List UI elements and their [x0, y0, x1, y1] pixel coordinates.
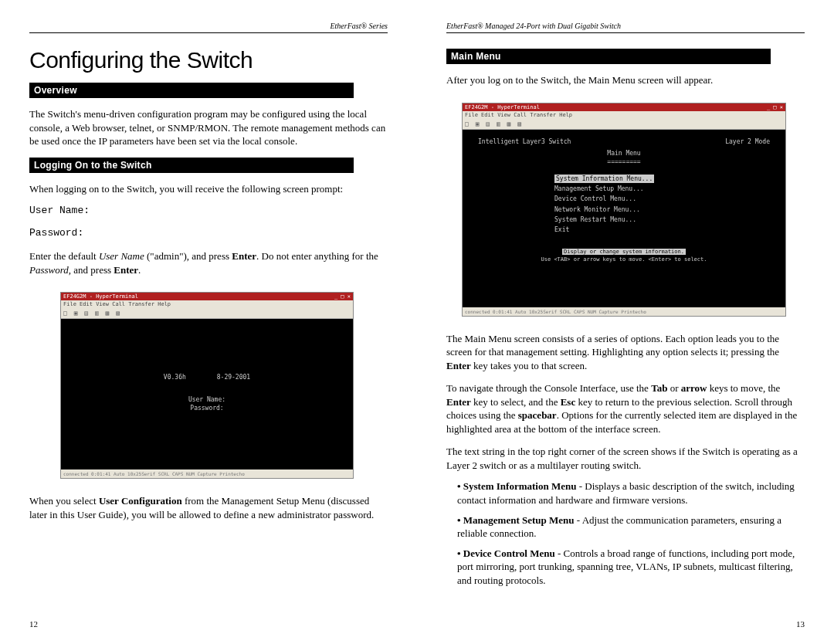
navigation-desc: To navigate through the Console Interfac…: [446, 381, 805, 436]
mainmenu-intro: After you log on to the Switch, the Main…: [446, 73, 805, 87]
chapter-title: Configuring the Switch: [29, 47, 388, 73]
left-page: EtherFast® Series Configuring the Switch…: [0, 0, 417, 644]
bullet-system-info: System Information Menu - Displays a bas…: [457, 480, 805, 507]
user-config-note: When you select User Configuration from …: [29, 494, 388, 521]
section-overview: Overview: [29, 83, 354, 98]
right-page: EtherFast® Managed 24-Port with Dual Gig…: [417, 0, 834, 644]
terminal-mainmenu-figure: EF24G2M - HyperTerminal_ □ × File Edit V…: [462, 103, 786, 317]
page-number-right: 13: [446, 619, 805, 629]
terminal-toolbar: □ ▣ ▤ ▥ ▦ ▧: [61, 308, 353, 319]
terminal2-menubar: File Edit View Call Transfer Help: [463, 111, 785, 119]
bullet-device-control: Device Control Menu - Controls a broad r…: [457, 547, 805, 588]
mono-pass: Password:: [29, 227, 388, 240]
mono-user: User Name:: [29, 205, 388, 218]
layer-mode-note: The text string in the top right corner …: [446, 445, 805, 472]
terminal-screen: V0.36h 8-29-2001 User Name: Password:: [61, 319, 353, 469]
header-left: EtherFast® Series: [29, 22, 388, 33]
login-instructions: Enter the default User Name ("admin"), a…: [29, 249, 388, 276]
menu-bullet-list: System Information Menu - Displays a bas…: [457, 480, 805, 593]
overview-text: The Switch's menu-driven configuration p…: [29, 107, 388, 148]
mainmenu-desc: The Main Menu screen consists of a serie…: [446, 332, 805, 373]
terminal2-screen: Intelligent Layer3 Switch Layer 2 Mode M…: [463, 130, 785, 307]
terminal-menubar: File Edit View Call Transfer Help: [61, 300, 353, 308]
terminal-login-figure: EF24G2M - HyperTerminal_ □ × File Edit V…: [60, 292, 354, 479]
bullet-management-setup: Management Setup Menu - Adjust the commu…: [457, 514, 805, 541]
section-logging-on: Logging On to the Switch: [29, 158, 354, 173]
header-right: EtherFast® Managed 24-Port with Dual Gig…: [446, 22, 805, 33]
section-main-menu: Main Menu: [446, 49, 771, 64]
menu-items: System Information Menu... Management Se…: [554, 174, 693, 235]
terminal-statusbar: connected 0:01:41 Auto 10x25Serif SCRL C…: [61, 469, 353, 478]
login-intro: When logging on to the Switch, you will …: [29, 182, 388, 196]
terminal2-toolbar: □ ▣ ▤ ▥ ▦ ▧: [463, 119, 785, 130]
terminal2-titlebar: EF24G2M - HyperTerminal_ □ ×: [463, 103, 785, 111]
terminal-titlebar: EF24G2M - HyperTerminal_ □ ×: [61, 293, 353, 300]
terminal2-statusbar: connected 0:01:41 Auto 10x25Serif SCRL C…: [463, 307, 785, 316]
page-number-left: 12: [29, 619, 388, 629]
